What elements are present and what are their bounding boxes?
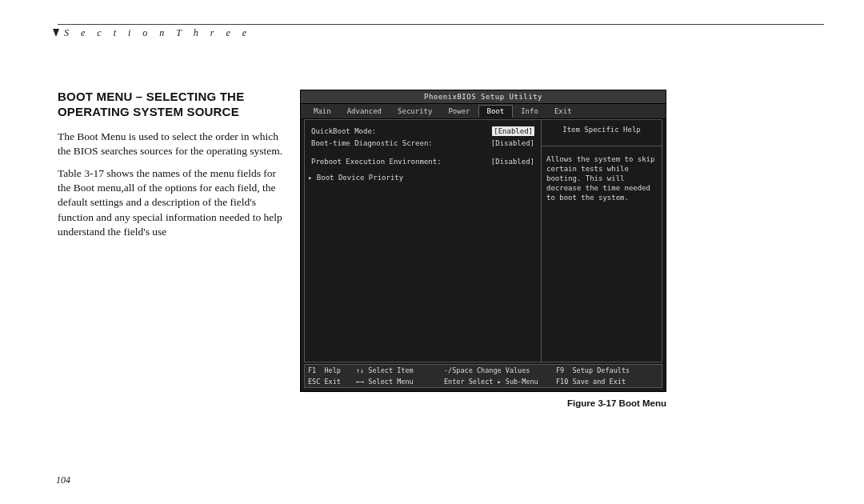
figure-caption: Figure 3-17 Boot Menu [300, 398, 666, 408]
page-heading: BOOT MENU – SELECTING THE OPERATING SYST… [58, 90, 283, 120]
spacer [311, 150, 534, 157]
tab-exit[interactable]: Exit [546, 106, 580, 117]
help-separator [542, 146, 662, 146]
bios-screenshot: PhoenixBIOS Setup Utility Main Advanced … [300, 90, 666, 392]
footer-key-defaults: F9 Setup Defaults [556, 365, 658, 376]
heading-line-1: BOOT MENU – SELECTING THE [58, 90, 283, 105]
tab-advanced[interactable]: Advanced [339, 106, 390, 117]
bios-title-bar: PhoenixBIOS Setup Utility [301, 90, 666, 103]
tab-main[interactable]: Main [306, 106, 339, 117]
footer-key-submenu: Enter Select ▸ Sub-Menu [444, 376, 556, 387]
setting-row-quickboot[interactable]: QuickBoot Mode: [Enabled] [311, 126, 534, 136]
setting-label: Preboot Execution Environment: [311, 157, 442, 166]
footer-key-help: F1 Help [308, 365, 356, 376]
footer-key-save: F10 Save and Exit [556, 376, 658, 387]
setting-row-preboot[interactable]: Preboot Execution Environment: [Disabled… [311, 157, 534, 166]
submenu-boot-device-priority[interactable]: ▸ Boot Device Priority [308, 173, 534, 182]
setting-label: Boot-time Diagnostic Screen: [311, 138, 433, 148]
setting-row-diagnostic[interactable]: Boot-time Diagnostic Screen: [Disabled] [311, 138, 534, 148]
setting-value[interactable]: [Disabled] [491, 138, 534, 148]
tab-power[interactable]: Power [440, 106, 478, 117]
section-label: S e c t i o n T h r e e [64, 27, 251, 39]
tab-security[interactable]: Security [390, 106, 440, 117]
help-text: Allows the system to skip certain tests … [546, 154, 657, 202]
page-number: 104 [56, 474, 70, 486]
setting-value-selected[interactable]: [Enabled] [492, 126, 534, 136]
footer-key-change: -/Space Change Values [444, 365, 556, 376]
setting-value[interactable]: [Disabled] [491, 157, 534, 166]
heading-line-2: OPERATING SYSTEM SOURCE [58, 105, 283, 120]
bios-footer: F1 Help ↑↓ Select Item -/Space Change Va… [304, 364, 662, 388]
left-column: BOOT MENU – SELECTING THE OPERATING SYST… [58, 90, 283, 247]
footer-key-select-menu: ←→ Select Menu [356, 376, 444, 387]
bios-help-pane: Item Specific Help Allows the system to … [542, 120, 662, 362]
help-pane-title: Item Specific Help [546, 125, 657, 134]
setting-label: QuickBoot Mode: [311, 126, 376, 136]
bios-body: QuickBoot Mode: [Enabled] Boot-time Diag… [304, 119, 662, 362]
intro-paragraph-2: Table 3-17 shows the names of the menu f… [58, 166, 283, 239]
footer-key-exit: ESC Exit [308, 376, 356, 387]
right-column: PhoenixBIOS Setup Utility Main Advanced … [300, 90, 666, 408]
footer-key-select-item: ↑↓ Select Item [356, 365, 444, 376]
bios-menu-bar: Main Advanced Security Power Boot Info E… [301, 103, 666, 119]
tab-info[interactable]: Info [513, 106, 546, 117]
tab-boot[interactable]: Boot [478, 105, 514, 118]
intro-paragraph-1: The Boot Menu is used to select the orde… [58, 130, 283, 158]
bios-settings-pane: QuickBoot Mode: [Enabled] Boot-time Diag… [305, 120, 542, 362]
document-page: S e c t i o n T h r e e BOOT MENU – SELE… [0, 0, 864, 504]
header-tick-icon [53, 29, 59, 37]
top-rule [58, 24, 824, 25]
